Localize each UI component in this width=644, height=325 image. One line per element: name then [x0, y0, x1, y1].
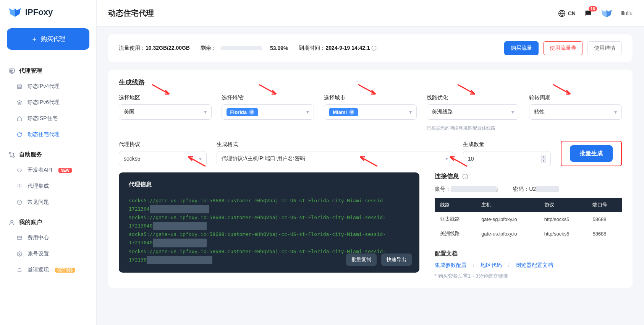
brand-name: IPFoxy	[25, 7, 53, 17]
conn-credentials: 账号： j 密码：U2	[435, 186, 622, 193]
pwd-label: 密码：	[513, 186, 529, 192]
user-icon	[8, 219, 15, 226]
percent: 53.09%	[270, 45, 288, 51]
proxy-info-panel: 代理信息 socks5://gate-us.ipfoxy.io:58688:cu…	[119, 172, 419, 273]
traffic-value: 10.32GB/22.00GB	[146, 45, 190, 51]
generate-button[interactable]: 批量生成	[570, 145, 613, 162]
avatar-icon[interactable]	[601, 9, 612, 18]
nav-item-referral[interactable]: 邀请返现GET $$$	[0, 262, 96, 278]
route-hint: 已根据您的网络环境匹配最佳线路	[427, 125, 519, 132]
city-label: 选择城市	[324, 94, 417, 101]
nav-item-ipv6[interactable]: 静态IPv6代理	[0, 94, 96, 110]
nav-group-account: 我的账户 费用中心 账号设置 邀请返现GET $$$	[0, 215, 96, 278]
proxy-info-title: 代理信息	[129, 181, 409, 188]
chevron-down-icon: ▾	[511, 109, 514, 115]
nav-group-self: 自助服务 开发者APINEW 代理集成 常见问题	[0, 147, 96, 210]
spin-up-icon[interactable]: ▴	[541, 155, 546, 159]
copy-all-button[interactable]: 批量复制	[346, 253, 377, 266]
svg-rect-3	[18, 86, 22, 87]
docs-note: * 购买套餐后需1～3分钟建立链接	[435, 273, 622, 280]
username[interactable]: lllullu	[621, 10, 633, 16]
main: 动态住宅代理 CN 16 lllullu 流量使用：10.32GB/22.00G…	[97, 0, 644, 325]
th-proto: 协议	[539, 198, 587, 212]
layers-icon	[17, 100, 23, 105]
connection-info-panel: 连接信息 账号： j 密码：U2 线路 主机 协议	[435, 172, 622, 280]
field-proto: 代理协议 socks5 ▾	[119, 141, 207, 166]
nav-group-title: 自助服务	[0, 147, 96, 162]
svg-rect-10	[17, 236, 22, 239]
qty-label: 生成数量	[463, 141, 551, 148]
fox-logo-icon	[8, 7, 21, 18]
language-switch[interactable]: CN	[558, 10, 576, 17]
use-voucher-button[interactable]: 使用流量券	[543, 41, 583, 55]
field-state: 选择州/省 Florida✕ ▾	[222, 94, 314, 132]
rotate-select[interactable]: 粘性 ▾	[529, 104, 622, 120]
doc-link-params[interactable]: 集成参数配置	[435, 262, 467, 269]
question-icon	[17, 200, 23, 205]
spin-down-icon[interactable]: ▾	[541, 159, 546, 163]
progress-bar	[220, 46, 262, 50]
expire-label: 到期时间：	[299, 45, 325, 51]
info-icon[interactable]	[371, 46, 377, 51]
nav-item-api[interactable]: 开发者APINEW	[0, 162, 96, 178]
svg-point-5	[9, 152, 11, 154]
table-row: 亚太线路gate-sg.ipfoxy.iohttp/socks558688	[435, 212, 622, 226]
messages-button[interactable]: 16	[584, 9, 592, 18]
format-label: 生成格式	[217, 141, 453, 148]
usage-detail-button[interactable]: 使用详情	[587, 41, 622, 55]
generate-card: 生成线路 选择地区 美国 ▾ 选择州/省 Florida✕ ▾	[108, 70, 633, 288]
field-format: 生成格式 代理协议://主机IP:端口:用户名:密码 ▾	[217, 141, 453, 166]
plug-icon	[17, 184, 23, 189]
svg-point-6	[13, 156, 15, 158]
state-select[interactable]: Florida✕ ▾	[222, 104, 314, 120]
card-icon	[17, 235, 23, 240]
nav-item-settings[interactable]: 账号设置	[0, 246, 96, 262]
field-rotate: 轮转周期 粘性 ▾	[529, 94, 622, 132]
nav-item-billing[interactable]: 费用中心	[0, 230, 96, 246]
nav-item-integration[interactable]: 代理集成	[0, 178, 96, 194]
doc-link-browser[interactable]: 浏览器配置文档	[516, 262, 553, 269]
docs-links: 集成参数配置 / 地区代码 / 浏览器配置文档	[435, 262, 622, 269]
city-chip[interactable]: Miami✕	[329, 108, 358, 116]
chevron-down-icon: ▾	[409, 109, 412, 115]
city-select[interactable]: Miami✕ ▾	[324, 104, 417, 120]
field-region: 选择地区 美国 ▾	[119, 94, 212, 132]
buy-proxy-label: 购买代理	[41, 35, 65, 43]
format-select[interactable]: 代理协议://主机IP:端口:用户名:密码 ▾	[217, 151, 453, 166]
proto-select[interactable]: socks5 ▾	[119, 151, 207, 166]
state-chip[interactable]: Florida✕	[227, 108, 258, 116]
region-select[interactable]: 美国 ▾	[119, 104, 212, 120]
chevron-down-icon: ▾	[306, 109, 309, 115]
info-icon[interactable]	[462, 174, 468, 180]
chevron-down-icon: ▾	[204, 109, 207, 115]
buy-proxy-button[interactable]: ＋ 购买代理	[7, 28, 89, 50]
get-tag: GET $$$	[55, 268, 75, 273]
export-button[interactable]: 快速导出	[381, 253, 412, 266]
table-row: 美洲线路gate-us.ipfoxy.iohttp/socks558688	[435, 226, 622, 241]
remove-chip-icon[interactable]: ✕	[249, 109, 254, 115]
globe-icon	[558, 10, 566, 17]
doc-link-regions[interactable]: 地区代码	[481, 262, 502, 269]
generate-title: 生成线路	[119, 78, 622, 87]
nav-item-dynamic[interactable]: 动态住宅代理	[0, 127, 96, 143]
nav-item-isp[interactable]: 静态ISP住宅	[0, 110, 96, 127]
buy-traffic-button[interactable]: 购买流量	[504, 41, 539, 55]
nav-item-faq[interactable]: 常见问题	[0, 194, 96, 210]
route-select[interactable]: 美洲线路 ▾	[427, 104, 519, 120]
home-icon	[17, 116, 23, 121]
qty-input[interactable]: 10 ▴▾	[463, 151, 551, 166]
th-host: 主机	[476, 198, 539, 212]
rotate-label: 轮转周期	[529, 94, 622, 101]
page-title: 动态住宅代理	[108, 8, 154, 18]
qty-spinner[interactable]: ▴▾	[541, 155, 546, 163]
pwd-blur	[536, 186, 559, 192]
logo[interactable]: IPFoxy	[0, 7, 96, 25]
svg-point-7	[19, 185, 20, 187]
proxy-line: socks5://gate-us.ipfoxy.io:58688:custome…	[129, 213, 409, 230]
remove-chip-icon[interactable]: ✕	[349, 109, 354, 115]
expire-value: 2024-9-19 14:42:1	[325, 45, 370, 51]
nav-item-ipv4[interactable]: 静态IPv4代理	[0, 78, 96, 94]
field-qty: 生成数量 10 ▴▾	[463, 141, 551, 166]
account-label: 账号：	[435, 186, 451, 192]
th-route: 线路	[435, 198, 476, 212]
